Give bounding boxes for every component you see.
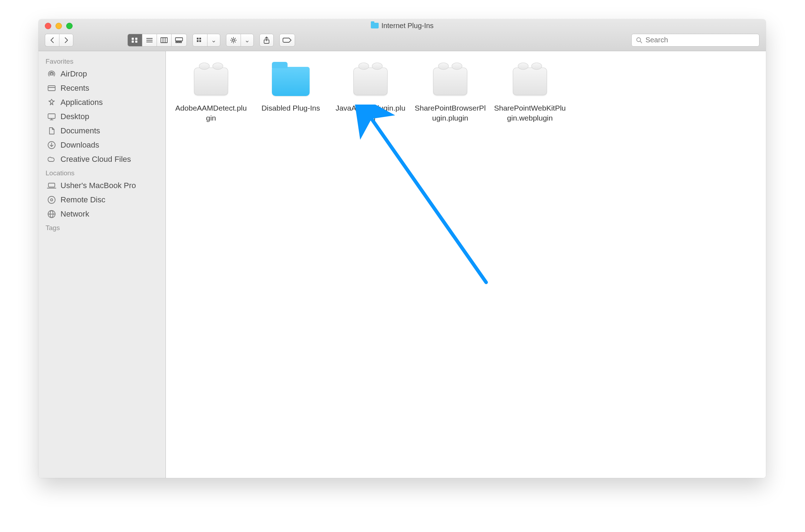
sidebar-item-label: Applications: [60, 98, 103, 107]
sidebar-item-airdrop[interactable]: AirDrop: [38, 67, 165, 81]
svg-rect-14: [197, 38, 199, 39]
svg-point-20: [637, 38, 641, 42]
minimize-window-button[interactable]: [56, 23, 62, 29]
svg-rect-23: [48, 86, 55, 91]
sidebar-item-recents[interactable]: Recents: [38, 81, 165, 95]
svg-rect-25: [48, 114, 55, 118]
desktop-icon: [47, 112, 56, 121]
svg-rect-16: [197, 40, 199, 42]
svg-rect-13: [180, 42, 181, 43]
sidebar-item-this-mac[interactable]: Usher's MacBook Pro: [38, 179, 165, 193]
file-label: Disabled Plug-Ins: [260, 103, 322, 113]
annotation-arrow: [351, 105, 500, 289]
svg-rect-10: [175, 38, 183, 41]
svg-point-22: [51, 73, 53, 75]
traffic-lights: [45, 23, 73, 29]
documents-icon: [47, 126, 56, 135]
airdrop-icon: [47, 69, 56, 79]
plugin-icon: [433, 68, 467, 95]
sidebar-item-desktop[interactable]: Desktop: [38, 110, 165, 124]
view-gallery-button[interactable]: [172, 34, 186, 46]
sidebar-item-network[interactable]: Network: [38, 207, 165, 221]
svg-line-21: [640, 41, 642, 43]
file-item[interactable]: AdobeAAMDetect.plugin: [173, 60, 249, 123]
creativecloud-icon: [47, 155, 56, 164]
content-area[interactable]: AdobeAAMDetect.plugin Disabled Plug-Ins …: [166, 51, 766, 478]
file-item[interactable]: Disabled Plug-Ins: [253, 60, 329, 123]
laptop-icon: [47, 181, 56, 190]
sidebar-item-applications[interactable]: Applications: [38, 95, 165, 110]
group-by-control[interactable]: ⌄: [193, 34, 220, 47]
sidebar-item-label: Documents: [60, 126, 100, 135]
chevron-down-icon: ⌄: [244, 36, 250, 44]
sidebar-item-downloads[interactable]: Downloads: [38, 138, 165, 152]
network-icon: [47, 209, 56, 219]
sidebar-item-label: Desktop: [60, 112, 89, 121]
view-icon-button[interactable]: [128, 34, 142, 46]
file-label: SharePointBrowserPlugin.plugin: [412, 103, 488, 123]
share-button[interactable]: [259, 34, 274, 47]
svg-rect-12: [178, 42, 179, 43]
file-item[interactable]: JavaAppletPlugin.plugin: [332, 60, 409, 123]
plugin-icon: [353, 68, 388, 95]
svg-rect-0: [132, 38, 134, 40]
sidebar: Favorites AirDrop Recents: [38, 51, 166, 478]
sidebar-item-label: Remote Disc: [60, 195, 105, 204]
svg-rect-7: [161, 38, 167, 43]
sidebar-header-tags: Tags: [38, 221, 165, 233]
svg-rect-11: [176, 42, 177, 43]
plugin-icon: [513, 68, 547, 95]
view-column-button[interactable]: [157, 34, 172, 46]
sidebar-header-favorites: Favorites: [38, 55, 165, 67]
window-title-text: Internet Plug-Ins: [382, 22, 434, 30]
sidebar-item-label: Downloads: [60, 140, 99, 150]
nav-back-forward: [45, 34, 73, 47]
recents-icon: [47, 84, 56, 93]
close-window-button[interactable]: [45, 23, 51, 29]
svg-line-36: [372, 119, 486, 282]
sidebar-item-label: Network: [60, 209, 89, 219]
file-label: SharePointWebKitPlugin.webplugin: [492, 103, 568, 123]
svg-rect-15: [199, 38, 201, 39]
sidebar-header-locations: Locations: [38, 166, 165, 179]
file-item[interactable]: SharePointBrowserPlugin.plugin: [412, 60, 488, 123]
forward-button[interactable]: [59, 34, 73, 47]
svg-rect-29: [48, 183, 55, 187]
zoom-window-button[interactable]: [66, 23, 73, 29]
svg-rect-1: [135, 38, 137, 40]
toolbar: ⌄ ⌄: [38, 32, 766, 51]
sidebar-item-label: Creative Cloud Files: [60, 155, 131, 164]
sidebar-item-remote-disc[interactable]: Remote Disc: [38, 193, 165, 207]
file-label: AdobeAAMDetect.plugin: [173, 103, 249, 123]
folder-icon: [371, 23, 379, 28]
sidebar-item-creative-cloud[interactable]: Creative Cloud Files: [38, 152, 165, 166]
file-item[interactable]: SharePointWebKitPlugin.webplugin: [492, 60, 568, 123]
svg-rect-2: [132, 41, 134, 43]
view-list-button[interactable]: [142, 34, 157, 46]
svg-rect-17: [199, 40, 201, 42]
back-button[interactable]: [45, 34, 59, 47]
action-menu-button[interactable]: ⌄: [226, 34, 254, 47]
svg-point-32: [51, 199, 53, 201]
search-input[interactable]: [645, 36, 755, 44]
finder-window: Internet Plug-Ins: [38, 19, 766, 478]
svg-point-18: [232, 39, 235, 41]
titlebar: Internet Plug-Ins: [38, 19, 766, 51]
applications-icon: [47, 98, 56, 107]
edit-tags-button[interactable]: [279, 34, 295, 47]
folder-icon: [272, 67, 310, 96]
disc-icon: [47, 195, 56, 204]
svg-point-31: [48, 196, 55, 203]
search-field[interactable]: [631, 34, 759, 47]
downloads-icon: [47, 140, 56, 150]
sidebar-item-label: Recents: [60, 84, 89, 93]
search-icon: [636, 37, 642, 43]
chevron-down-icon: ⌄: [211, 36, 216, 44]
file-label: JavaAppletPlugin.plugin: [332, 103, 409, 123]
sidebar-item-label: Usher's MacBook Pro: [60, 181, 136, 190]
plugin-icon: [194, 68, 228, 95]
sidebar-item-label: AirDrop: [60, 69, 87, 79]
svg-rect-3: [135, 41, 137, 43]
sidebar-item-documents[interactable]: Documents: [38, 124, 165, 138]
view-mode-control: [127, 34, 187, 47]
